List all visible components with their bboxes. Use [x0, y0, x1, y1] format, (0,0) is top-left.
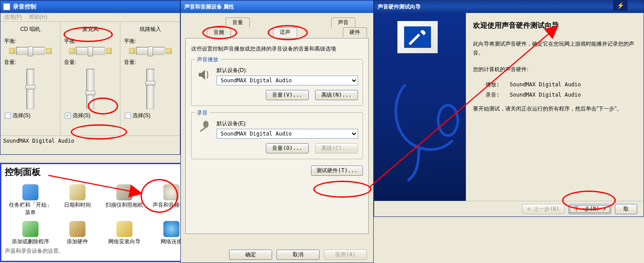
wizard-side-graphic: [374, 13, 466, 201]
select-label: 选择(S): [13, 112, 30, 119]
record-advanced-button: 高级(C)...: [315, 143, 358, 153]
playback-group: 声音播放 默认设备(D): SoundMAX Digital Audio 音量(…: [191, 59, 363, 106]
control-panel-item-icon: [69, 184, 85, 200]
volume-label: 音量:: [4, 59, 56, 66]
apply-button: 应用(A): [324, 250, 367, 260]
wizard-buttons: < 上一步(B) 下一步(N) > 取: [374, 201, 644, 217]
test-hardware-button[interactable]: 测试硬件(T)...: [311, 165, 363, 176]
control-panel-item[interactable]: 网络安装向导: [102, 221, 147, 246]
window-title: 声音硬件测试向导: [378, 3, 421, 11]
wizard-heading: 欢迎使用声音硬件测试向导: [473, 21, 638, 30]
mixer-col-title: 麦克风: [62, 25, 118, 33]
control-panel-item-icon: [116, 221, 132, 237]
cancel-button[interactable]: 取: [615, 204, 637, 214]
tab-audio[interactable]: 音频: [207, 27, 231, 37]
wizard-device-list: 播放:SoundMAX Digital Audio 录音:SoundMAX Di…: [473, 81, 638, 99]
select-checkbox[interactable]: ✓: [65, 113, 71, 119]
voice-description: 这些设置控制声音播放或您选择的录音设备的音量和高级选项: [191, 45, 363, 53]
control-panel-item[interactable]: 日期和时间: [55, 184, 100, 216]
control-panel-item-label: 任务栏和「开始」菜单: [8, 201, 53, 216]
tab-volume[interactable]: 音量: [226, 17, 250, 27]
select-checkbox[interactable]: [125, 113, 131, 119]
control-panel-item-label: 添加硬件: [55, 238, 100, 246]
control-panel-item-icon: [22, 184, 38, 200]
tab-hardware[interactable]: 硬件: [343, 27, 367, 37]
speaker-right-icon: [46, 48, 52, 54]
mixer-col-title: CD 唱机: [2, 25, 58, 33]
balance-control[interactable]: [2, 47, 58, 55]
speaker-icon: [196, 67, 212, 83]
tab-voice[interactable]: 语声: [273, 27, 297, 37]
sound-audio-titlebar[interactable]: 声音和音频设备 属性: [181, 0, 373, 13]
back-button: < 上一步(B): [522, 204, 565, 214]
control-panel-item-icon: [69, 221, 85, 237]
wizard-intro: 此向导将测试声音硬件，确定它在您玩网上游戏时能播并记录您的声音。: [473, 39, 638, 58]
control-panel-item[interactable]: 添加或删除程序: [8, 221, 53, 246]
select-checkbox[interactable]: [5, 113, 11, 119]
record-volume-button[interactable]: 音量(O)...: [266, 143, 309, 153]
mixer-columns: CD 唱机 平衡: 音量: 选择(S) 麦克风 平衡: 音量:: [0, 22, 180, 136]
playback-default-label: 默认设备(D):: [217, 67, 358, 74]
wizard-content: 欢迎使用声音硬件测试向导 此向导将测试声音硬件，确定它在您玩网上游戏时能播并记录…: [466, 13, 644, 201]
wizard-titlebar[interactable]: 声音硬件测试向导: [374, 0, 644, 13]
balance-control[interactable]: [62, 47, 118, 55]
tabs: 音量 声音 音频 语声 硬件: [185, 17, 369, 38]
control-panel-item-label: 日期和时间: [55, 201, 100, 209]
control-panel-item-icon: [163, 184, 179, 200]
record-legend: 录音: [195, 109, 209, 117]
battery-indicator-icon: ⚡: [613, 0, 627, 11]
playback-device-select[interactable]: SoundMAX Digital Audio: [217, 76, 358, 85]
speaker-right-icon: [106, 48, 112, 54]
menu-options[interactable]: 选项(P): [4, 13, 22, 21]
ok-button[interactable]: 确定: [229, 250, 272, 260]
tab-sounds[interactable]: 声音: [331, 17, 355, 27]
record-default-label: 默认设备(E):: [217, 120, 358, 127]
window-title: 声音和音频设备 属性: [184, 3, 234, 11]
control-panel-item[interactable]: 任务栏和「开始」菜单: [8, 184, 53, 216]
play-device: SoundMAX Digital Audio: [510, 81, 581, 88]
mixer-col-cd: CD 唱机 平衡: 音量: 选择(S): [0, 22, 60, 136]
speaker-left-icon: [69, 48, 75, 54]
playback-advanced-button[interactable]: 高级(N)...: [315, 90, 358, 100]
balance-slider[interactable]: [136, 47, 165, 55]
recording-control-window: 录音控制 选项(P) 帮助(H) CD 唱机 平衡: 音量: 选择(S) 麦克风…: [0, 0, 180, 155]
volume-slider[interactable]: [146, 69, 154, 109]
record-device-select[interactable]: SoundMAX Digital Audio: [217, 129, 358, 139]
rec-device: SoundMAX Digital Audio: [510, 92, 581, 98]
volume-slider[interactable]: [86, 69, 94, 109]
microphone-icon: [196, 120, 212, 136]
mixer-col-linein: 线路输入 平衡: 音量: 选择(S): [120, 22, 180, 136]
sound-hardware-test-wizard-window: 声音硬件测试向导 欢迎使用声音硬件测试向导 此向导将测试声音硬件，确定它在您玩网…: [374, 0, 644, 217]
app-icon: [3, 3, 10, 10]
mixer-col-title: 线路输入: [122, 25, 178, 33]
balance-label: 平衡:: [64, 38, 116, 45]
cancel-button[interactable]: 取消: [277, 250, 320, 260]
playback-legend: 声音播放: [195, 56, 220, 64]
rec-label: 录音:: [486, 91, 510, 99]
control-panel-item[interactable]: 添加硬件: [55, 221, 100, 246]
control-panel-item[interactable]: 扫描仪和照相机: [102, 184, 147, 216]
select-label: 选择(S): [132, 112, 150, 119]
volume-slider[interactable]: [26, 69, 34, 109]
dialog-buttons: 确定 取消 应用(A): [181, 250, 373, 260]
playback-volume-button[interactable]: 音量(V)...: [266, 90, 309, 100]
next-button[interactable]: 下一步(N) >: [568, 204, 611, 214]
balance-control[interactable]: [122, 47, 178, 55]
svg-point-0: [203, 121, 209, 128]
recording-control-titlebar[interactable]: 录音控制: [0, 0, 180, 13]
control-panel-item-icon: [116, 184, 132, 200]
balance-slider[interactable]: [76, 47, 105, 55]
play-label: 播放:: [486, 81, 510, 89]
control-panel-item-icon: [163, 221, 179, 237]
balance-slider[interactable]: [16, 47, 45, 55]
volume-label: 音量:: [64, 59, 116, 66]
mixer-col-mic: 麦克风 平衡: 音量: ✓ 选择(S): [60, 22, 120, 136]
speaker-right-icon: [166, 48, 172, 54]
speaker-left-icon: [9, 48, 15, 54]
menu-help[interactable]: 帮助(H): [29, 13, 47, 21]
wizard-instruction: 要开始测试，请关闭正在运行的所有程序，然后单击"下一步"。: [473, 104, 638, 113]
select-label: 选择(S): [73, 112, 90, 119]
balance-label: 平衡:: [124, 38, 176, 45]
status-bar: SoundMAX Digital Audio: [0, 136, 180, 145]
speaker-left-icon: [129, 48, 135, 54]
